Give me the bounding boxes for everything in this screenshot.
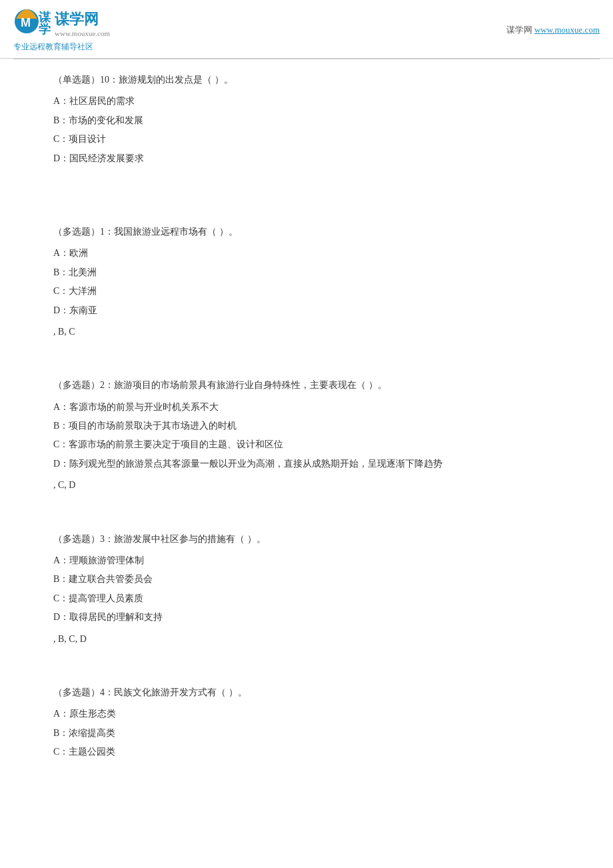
- question-text-10: 旅游规划的出发点是（ ）。: [119, 75, 233, 85]
- option-text-10-c: 项目设计: [69, 134, 106, 144]
- question-title-10: （单选题）10：旅游规划的出发点是（ ）。: [53, 73, 560, 87]
- option-1-b: B：北美洲: [53, 265, 560, 280]
- option-label-1-c: C: [53, 286, 59, 296]
- spacer-1: [53, 185, 560, 205]
- option-1-c: C：大洋洲: [53, 284, 560, 299]
- option-text-2-d: 陈列观光型的旅游景点其客源量一般以开业为高潮，直接从成熟期开始，呈现逐渐下降趋势: [69, 459, 442, 469]
- option-text-1-c: 大洋洲: [69, 286, 97, 296]
- question-number-3: 3: [100, 534, 105, 544]
- option-text-3-d: 取得居民的理解和支持: [69, 612, 163, 622]
- question-block-1: （多选题）1：我国旅游业远程市场有（ ）。 A：欧洲 B：北美洲 C：大洋洲 D…: [53, 225, 560, 339]
- question-text-2: 旅游项目的市场前景具有旅游行业自身特殊性，主要表现在（ ）。: [114, 380, 387, 390]
- option-label-10-c: C: [53, 134, 59, 144]
- logo-name: 谋学网: [55, 9, 110, 29]
- answer-1: , B, C: [53, 325, 560, 339]
- option-label-2-d: D: [53, 459, 60, 469]
- option-label-3-a: A: [53, 555, 60, 565]
- option-1-a: A：欧洲: [53, 246, 560, 261]
- option-2-a: A：客源市场的前景与开业时机关系不大: [53, 400, 560, 415]
- option-label-10-a: A: [53, 96, 60, 106]
- option-text-1-b: 北美洲: [69, 267, 97, 277]
- main-content: （单选题）10：旅游规划的出发点是（ ）。 A：社区居民的需求 B：市场的变化和…: [0, 59, 613, 792]
- option-text-10-b: 市场的变化和发展: [69, 115, 143, 125]
- option-2-c: C：客源市场的前景主要决定于项目的主题、设计和区位: [53, 437, 560, 452]
- option-10-c: C：项目设计: [53, 132, 560, 147]
- header-right: 谋学网 www.mouxue.com: [506, 24, 600, 36]
- question-block-10: （单选题）10：旅游规划的出发点是（ ）。 A：社区居民的需求 B：市场的变化和…: [53, 73, 560, 166]
- question-block-2: （多选题）2：旅游项目的市场前景具有旅游行业自身特殊性，主要表现在（ ）。 A：…: [53, 378, 560, 493]
- option-label-3-d: D: [53, 612, 60, 622]
- logo-slogan: 专业远程教育辅导社区: [13, 41, 93, 53]
- svg-text:M: M: [21, 16, 31, 29]
- option-label-3-b: B: [53, 574, 59, 584]
- question-number-10: 10: [100, 75, 109, 85]
- option-text-3-c: 提高管理人员素质: [69, 593, 143, 603]
- logo-area: M 谋 学 谋学网 www.mouxue.com 专业远程教育辅导社区: [13, 7, 110, 53]
- header-website-link[interactable]: www.mouxue.com: [534, 25, 600, 35]
- option-2-b: B：项目的市场前景取决于其市场进入的时机: [53, 419, 560, 433]
- header-right-text: 谋学网: [506, 25, 534, 35]
- question-title-3: （多选题）3：旅游发展中社区参与的措施有（ ）。: [53, 532, 560, 547]
- question-type-3: （多选题）: [53, 534, 100, 544]
- logo-wrapper: M 谋 学 谋学网 www.mouxue.com: [13, 7, 110, 40]
- option-text-1-a: 欧洲: [69, 248, 88, 258]
- question-title-4: （多选题）4：民族文化旅游开发方式有（ ）。: [53, 685, 560, 700]
- option-label-4-a: A: [53, 709, 60, 719]
- option-text-4-a: 原生形态类: [69, 709, 116, 719]
- question-type-4: （多选题）: [53, 687, 100, 697]
- question-type-10: （单选题）: [53, 75, 100, 85]
- option-4-a: A：原生形态类: [53, 707, 560, 721]
- option-text-3-a: 理顺旅游管理体制: [69, 555, 144, 565]
- option-label-1-a: A: [53, 248, 60, 258]
- spacer-5: [53, 665, 560, 685]
- question-number-1: 1: [100, 227, 105, 237]
- question-block-4: （多选题）4：民族文化旅游开发方式有（ ）。 A：原生形态类 B：浓缩提高类 C…: [53, 685, 560, 760]
- option-label-4-c: C: [53, 747, 59, 757]
- option-10-b: B：市场的变化和发展: [53, 113, 560, 128]
- option-text-4-b: 浓缩提高类: [69, 728, 115, 738]
- question-number-4: 4: [100, 687, 105, 697]
- page-header: M 谋 学 谋学网 www.mouxue.com 专业远程教育辅导社区 谋学网 …: [0, 0, 613, 59]
- option-4-c: C：主题公园类: [53, 745, 560, 759]
- question-title-2: （多选题）2：旅游项目的市场前景具有旅游行业自身特殊性，主要表现在（ ）。: [53, 378, 560, 393]
- option-4-b: B：浓缩提高类: [53, 726, 560, 741]
- logo-url: www.mouxue.com: [55, 29, 110, 37]
- question-title-1: （多选题）1：我国旅游业远程市场有（ ）。: [53, 225, 560, 239]
- option-label-4-b: B: [53, 728, 59, 738]
- option-3-a: A：理顺旅游管理体制: [53, 553, 560, 568]
- option-label-2-c: C: [53, 439, 59, 449]
- answer-2: , C, D: [53, 478, 560, 493]
- option-10-a: A：社区居民的需求: [53, 94, 560, 109]
- option-text-3-b: 建立联合共管委员会: [69, 574, 153, 584]
- option-label-1-d: D: [53, 305, 60, 315]
- question-type-2: （多选题）: [53, 380, 100, 390]
- logo-text-area: 谋学网 www.mouxue.com: [55, 9, 110, 37]
- option-3-c: C：提高管理人员素质: [53, 591, 560, 606]
- option-text-4-c: 主题公园类: [69, 747, 115, 757]
- option-2-d: D：陈列观光型的旅游景点其客源量一般以开业为高潮，直接从成熟期开始，呈现逐渐下降…: [53, 457, 560, 471]
- spacer-3: [53, 358, 560, 378]
- spacer-2: [53, 205, 560, 225]
- option-label-10-d: D: [53, 153, 60, 163]
- option-text-10-a: 社区居民的需求: [69, 96, 135, 106]
- option-label-3-c: C: [53, 593, 59, 603]
- option-label-2-a: A: [53, 402, 60, 412]
- option-label-10-b: B: [53, 115, 59, 125]
- option-3-b: B：建立联合共管委员会: [53, 572, 560, 587]
- option-3-d: D：取得居民的理解和支持: [53, 610, 560, 625]
- question-text-3: 旅游发展中社区参与的措施有（ ）。: [114, 534, 266, 544]
- option-label-2-b: B: [53, 421, 59, 431]
- option-text-1-d: 东南亚: [69, 305, 97, 315]
- question-text-4: 民族文化旅游开发方式有（ ）。: [114, 687, 247, 697]
- option-text-2-b: 项目的市场前景取决于其市场进入的时机: [69, 421, 237, 431]
- option-10-d: D：国民经济发展要求: [53, 151, 560, 166]
- option-text-10-d: 国民经济发展要求: [69, 153, 144, 163]
- logo-svg-icon: M 谋 学: [13, 7, 51, 40]
- spacer-4: [53, 512, 560, 532]
- option-text-2-c: 客源市场的前景主要决定于项目的主题、设计和区位: [69, 439, 283, 449]
- question-block-3: （多选题）3：旅游发展中社区参与的措施有（ ）。 A：理顺旅游管理体制 B：建立…: [53, 532, 560, 647]
- option-text-2-a: 客源市场的前景与开业时机关系不大: [69, 402, 219, 412]
- svg-text:谋: 谋: [39, 11, 51, 24]
- option-1-d: D：东南亚: [53, 303, 560, 318]
- question-type-1: （多选题）: [53, 227, 100, 237]
